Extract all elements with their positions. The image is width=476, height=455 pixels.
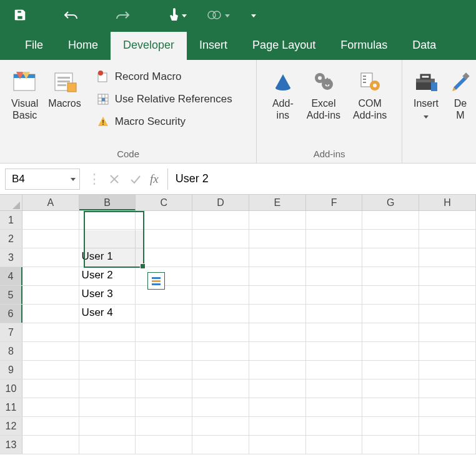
redo-icon[interactable] xyxy=(114,6,131,24)
macros-button[interactable]: Macros xyxy=(43,65,86,122)
cell[interactable] xyxy=(22,379,79,398)
cell[interactable] xyxy=(22,398,79,416)
cell[interactable] xyxy=(419,436,476,454)
cell[interactable] xyxy=(249,342,306,360)
customize-qat-icon[interactable] xyxy=(247,6,260,24)
cell[interactable] xyxy=(136,342,192,360)
save-icon[interactable] xyxy=(11,6,29,24)
cell[interactable] xyxy=(22,267,79,285)
visual-basic-button[interactable]: Visual Basic xyxy=(6,65,43,122)
cell[interactable] xyxy=(249,323,306,341)
cell[interactable] xyxy=(136,398,192,416)
column-header[interactable]: C xyxy=(136,195,192,210)
macro-security-button[interactable]: Macro Security xyxy=(92,112,236,131)
cell[interactable] xyxy=(192,379,249,398)
insert-control-button[interactable]: Insert xyxy=(409,65,444,122)
cell[interactable] xyxy=(192,417,249,435)
touch-mode-icon[interactable] xyxy=(165,6,190,24)
cell[interactable] xyxy=(192,211,249,229)
column-header[interactable]: B xyxy=(79,195,136,210)
cell[interactable] xyxy=(192,436,249,454)
cell[interactable]: User 1 xyxy=(79,248,136,267)
cell[interactable] xyxy=(136,379,192,398)
tab-home[interactable]: Home xyxy=(56,32,111,60)
column-header[interactable]: H xyxy=(419,195,476,210)
column-header[interactable]: F xyxy=(306,195,363,210)
cell[interactable] xyxy=(306,342,363,360)
cell[interactable] xyxy=(306,398,363,416)
cell[interactable] xyxy=(22,342,79,360)
column-header[interactable]: E xyxy=(249,195,306,210)
cell[interactable] xyxy=(306,379,363,398)
cell[interactable] xyxy=(22,361,79,379)
tab-formulas[interactable]: Formulas xyxy=(328,32,400,60)
cell[interactable] xyxy=(136,211,192,229)
column-header[interactable]: A xyxy=(22,195,79,210)
row-header[interactable]: 5 xyxy=(0,286,22,304)
autofill-options-button[interactable] xyxy=(147,272,165,290)
cell[interactable] xyxy=(362,361,419,379)
cell[interactable] xyxy=(249,286,306,304)
cell[interactable] xyxy=(192,267,249,285)
tab-file[interactable]: File xyxy=(12,32,56,60)
cell[interactable] xyxy=(419,211,476,229)
cell[interactable] xyxy=(192,323,249,341)
cell[interactable] xyxy=(419,398,476,416)
row-header[interactable]: 12 xyxy=(0,417,22,435)
cell[interactable] xyxy=(249,379,306,398)
column-header[interactable]: G xyxy=(362,195,419,210)
cell[interactable] xyxy=(136,361,192,379)
cell[interactable] xyxy=(79,436,136,454)
cell[interactable] xyxy=(419,361,476,379)
addins-button[interactable]: Add- ins xyxy=(267,65,299,122)
cell[interactable] xyxy=(249,436,306,454)
cell[interactable] xyxy=(249,361,306,379)
cell[interactable] xyxy=(79,230,136,248)
cell[interactable] xyxy=(79,361,136,379)
spreadsheet-grid[interactable]: ABCDEFGH 123User 14User 25User 36User 47… xyxy=(0,195,476,454)
cell[interactable] xyxy=(419,342,476,360)
row-header[interactable]: 7 xyxy=(0,323,22,341)
cell[interactable] xyxy=(249,398,306,416)
cell[interactable] xyxy=(79,342,136,360)
cell[interactable] xyxy=(306,436,363,454)
row-header[interactable]: 11 xyxy=(0,398,22,416)
cell[interactable] xyxy=(249,211,306,229)
cell[interactable]: User 2 xyxy=(79,267,136,285)
cell[interactable] xyxy=(192,230,249,248)
cell[interactable] xyxy=(22,323,79,341)
cell[interactable] xyxy=(136,417,192,435)
cell[interactable] xyxy=(22,286,79,304)
cell[interactable] xyxy=(136,436,192,454)
cell[interactable] xyxy=(306,417,363,435)
fx-icon[interactable]: fx xyxy=(146,172,167,186)
cell[interactable] xyxy=(22,436,79,454)
cell[interactable] xyxy=(362,342,419,360)
use-relative-references-button[interactable]: Use Relative References xyxy=(92,90,236,109)
tab-data[interactable]: Data xyxy=(400,32,449,60)
cell[interactable] xyxy=(362,286,419,304)
cell[interactable] xyxy=(362,436,419,454)
cell[interactable] xyxy=(22,305,79,323)
row-header[interactable]: 6 xyxy=(0,305,22,323)
cell[interactable] xyxy=(192,342,249,360)
tab-page-layout[interactable]: Page Layout xyxy=(240,32,328,60)
cell[interactable] xyxy=(362,267,419,285)
tab-insert[interactable]: Insert xyxy=(187,32,240,60)
cell[interactable] xyxy=(362,248,419,267)
cell[interactable] xyxy=(306,305,363,323)
cell[interactable] xyxy=(249,417,306,435)
cell[interactable] xyxy=(192,361,249,379)
cell[interactable] xyxy=(22,211,79,229)
cell[interactable] xyxy=(306,361,363,379)
cell[interactable] xyxy=(306,267,363,285)
cell[interactable] xyxy=(362,323,419,341)
undo-icon[interactable] xyxy=(62,6,80,24)
column-header[interactable]: D xyxy=(192,195,249,210)
cell[interactable] xyxy=(419,379,476,398)
cell[interactable] xyxy=(306,286,363,304)
row-header[interactable]: 1 xyxy=(0,211,22,229)
cell[interactable] xyxy=(22,248,79,267)
cell[interactable] xyxy=(419,267,476,285)
cell[interactable] xyxy=(192,248,249,267)
